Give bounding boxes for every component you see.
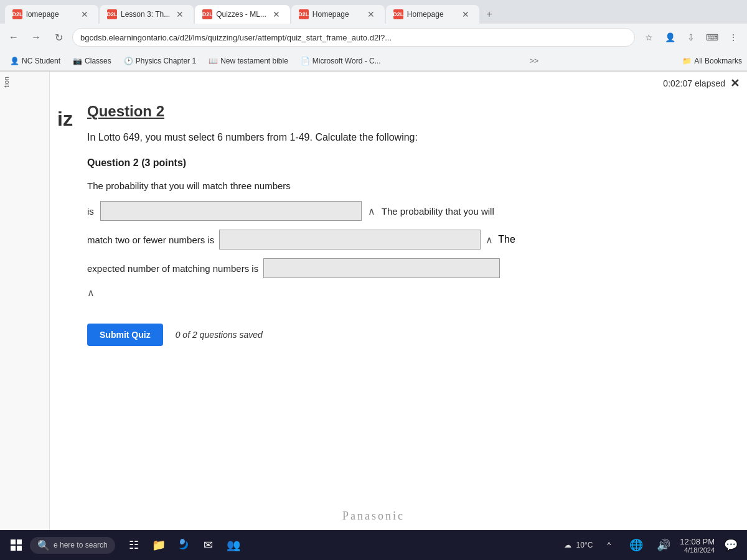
tab-lesson3[interactable]: D2L Lesson 3: Th... ✕ (100, 5, 194, 24)
d2l-icon: D2L (202, 9, 212, 19)
tab-label: Homepage (407, 10, 444, 19)
sidebar-label: tion (0, 72, 49, 93)
address-bar-row: ← → ↻ ☆ 👤 ⇩ ⌨ ⋮ (0, 24, 747, 51)
bookmark-icon: 📖 (209, 57, 218, 65)
question-2-header: Question 2 (87, 103, 710, 120)
svg-rect-3 (17, 546, 22, 551)
d2l-icon: D2L (299, 9, 309, 19)
bookmark-icon: 📄 (301, 57, 310, 65)
question-intro: In Lotto 649, you must select 6 numbers … (87, 130, 710, 145)
timer-bar: 0:02:07 elapsed ✕ (655, 72, 747, 95)
forward-button[interactable]: → (27, 29, 45, 46)
submit-row: Submit Quiz 0 of 2 questions saved (87, 324, 710, 346)
mail-button[interactable]: ✉ (197, 534, 220, 556)
notification-area[interactable]: ^ (598, 534, 620, 556)
bookmark-classes[interactable]: 📷 Classes (68, 55, 116, 67)
bookmarks-all-folder[interactable]: 📁 All Bookmarks (682, 57, 742, 65)
close-quiz-button[interactable]: ✕ (730, 77, 740, 90)
answer-input-a[interactable] (100, 201, 362, 221)
saved-status: 0 of 2 questions saved (176, 330, 263, 340)
svg-rect-0 (11, 539, 16, 544)
tab-close-icon[interactable]: ✕ (459, 8, 472, 21)
browser-chrome: D2L lomepage ✕ D2L Lesson 3: Th... ✕ D2L… (0, 0, 747, 72)
bookmark-physics[interactable]: 🕑 Physics Chapter 1 (119, 55, 201, 67)
answer-input-b[interactable] (219, 230, 481, 250)
notification-button[interactable]: 💬 (720, 534, 742, 556)
start-button[interactable] (5, 534, 27, 556)
bookmark-label: Microsoft Word - C... (312, 57, 381, 65)
bookmark-label: Classes (85, 57, 111, 65)
left-sidebar: tion (0, 72, 50, 560)
tab-bar: D2L lomepage ✕ D2L Lesson 3: Th... ✕ D2L… (0, 0, 747, 24)
bookmark-icon: 🕑 (124, 57, 133, 65)
panasonic-watermark: Panasonic (342, 510, 405, 523)
answer-label-a: is (87, 206, 94, 217)
back-button[interactable]: ← (5, 29, 22, 46)
tab-close-icon[interactable]: ✕ (78, 8, 91, 21)
taskbar-search[interactable]: 🔍 e here to search (30, 537, 115, 554)
tab-close-icon[interactable]: ✕ (270, 8, 283, 21)
task-view-button[interactable]: ☷ (123, 534, 145, 556)
answer-input-c[interactable] (263, 258, 500, 278)
volume-icon[interactable]: 🔊 (652, 534, 675, 556)
folder-icon: 📁 (682, 57, 692, 65)
new-tab-button[interactable]: + (481, 6, 498, 23)
answer-label-b: match two or fewer numbers is (87, 235, 214, 245)
tab-homepage-3[interactable]: D2L Homepage ✕ (386, 5, 479, 24)
tab-homepage-2[interactable]: D2L Homepage ✕ (291, 5, 385, 24)
answer-label-c: expected number of matching numbers is (87, 263, 258, 274)
bookmark-label: NC Student (22, 57, 60, 65)
part-b-suffix: The (498, 234, 515, 245)
main-content: tion 0:02:07 elapsed ✕ iz Question 2 2 Q… (0, 72, 747, 560)
check-icon-c[interactable]: ∧ (87, 287, 95, 298)
extension-button[interactable]: ⌨ (703, 29, 721, 46)
tab-close-icon[interactable]: ✕ (365, 8, 377, 21)
sub-question-a-text: The probability that you will match thre… (87, 179, 710, 194)
address-input[interactable] (72, 28, 635, 47)
taskbar: 🔍 e here to search ☷ 📁 ✉ 👥 ☁ 10°C ^ 🌐 🔊 … (0, 530, 747, 560)
star-button[interactable]: ☆ (640, 29, 657, 46)
answer-row-c: expected number of matching numbers is (87, 258, 710, 278)
bookmark-msword[interactable]: 📄 Microsoft Word - C... (296, 55, 386, 67)
edge-button[interactable] (172, 534, 195, 556)
temperature: 10°C (576, 541, 593, 549)
tab-close-icon[interactable]: ✕ (174, 8, 186, 21)
network-icon[interactable]: 🌐 (625, 534, 647, 556)
bookmark-testament[interactable]: 📖 New testament bible (204, 55, 293, 67)
tab-label: Lesson 3: Th... (121, 10, 170, 19)
weather-icon: ☁ (564, 541, 571, 549)
check-icon-b[interactable]: ∧ (486, 234, 493, 246)
question-label: Question 2 (3 points) (87, 157, 710, 169)
teams-button[interactable]: 👥 (222, 534, 245, 556)
check-icon-a[interactable]: ∧ (368, 205, 375, 217)
bookmarks-all-label: All Bookmarks (694, 57, 742, 65)
tab-homepage-1[interactable]: D2L lomepage ✕ (5, 5, 98, 24)
bookmark-label: New testament bible (220, 57, 288, 65)
address-actions: ☆ 👤 ⇩ ⌨ ⋮ (640, 29, 742, 46)
answer-row-b: match two or fewer numbers is ∧ The (87, 230, 710, 250)
submit-quiz-button[interactable]: Submit Quiz (87, 324, 163, 346)
tab-label: Quizzes - ML... (216, 10, 266, 19)
menu-button[interactable]: ⋮ (725, 29, 742, 46)
search-icon: 🔍 (37, 539, 50, 551)
d2l-icon: D2L (107, 9, 117, 19)
bookmark-icon: 📷 (73, 57, 82, 65)
d2l-icon: D2L (12, 9, 22, 19)
system-tray: ☁ 10°C ^ 🌐 🔊 12:08 PM 4/18/2024 💬 (564, 534, 742, 556)
svg-rect-1 (17, 539, 22, 544)
file-explorer-button[interactable]: 📁 (148, 534, 170, 556)
check-icon-row: ∧ (87, 287, 710, 299)
tab-label: lomepage (26, 10, 59, 19)
tab-quizzes[interactable]: D2L Quizzes - ML... ✕ (195, 5, 290, 24)
taskbar-search-label: e here to search (54, 541, 108, 549)
system-clock[interactable]: 12:08 PM 4/18/2024 (680, 537, 715, 554)
clock-time: 12:08 PM (680, 537, 715, 546)
profile-button[interactable]: 👤 (661, 29, 679, 46)
timer-display: 0:02:07 elapsed (663, 78, 725, 88)
clock-date: 4/18/2024 (684, 546, 715, 554)
quiz-container: Question 2 2 Question 2 In Lotto 649, yo… (50, 72, 747, 371)
download-button[interactable]: ⇩ (682, 29, 700, 46)
quiz-area: 0:02:07 elapsed ✕ iz Question 2 2 Questi… (50, 72, 747, 560)
reload-button[interactable]: ↻ (50, 29, 67, 46)
bookmark-nc-student[interactable]: 👤 NC Student (5, 55, 65, 67)
